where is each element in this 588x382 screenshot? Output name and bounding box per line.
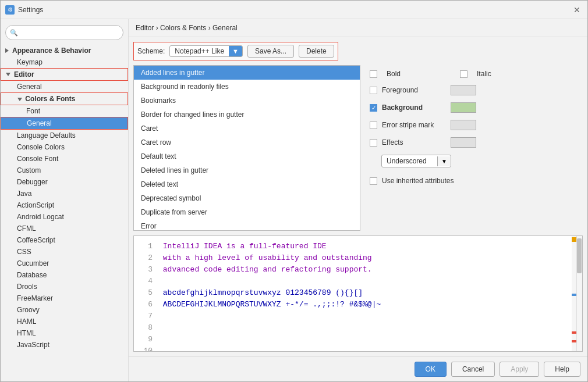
background-color-box[interactable] xyxy=(451,102,476,113)
list-item-bookmarks[interactable]: Bookmarks xyxy=(134,94,360,108)
triangle-open-icon xyxy=(6,73,10,76)
list-item-border-changed[interactable]: Border for changed lines in gutter xyxy=(134,108,360,122)
search-input[interactable] xyxy=(5,25,123,40)
preview-text: advanced code editing and refactoring su… xyxy=(163,265,372,274)
line-num: 4 xyxy=(141,276,153,287)
foreground-checkbox[interactable] xyxy=(370,87,377,94)
effects-select[interactable]: Underscored ▼ xyxy=(381,155,451,167)
preview-line-10: 10 xyxy=(141,345,575,352)
sidebar-item-language-defaults[interactable]: Language Defaults xyxy=(1,130,128,141)
sidebar-item-actionscript[interactable]: ActionScript xyxy=(1,199,128,211)
sidebar-item-groovy[interactable]: Groovy xyxy=(1,304,128,316)
delete-button[interactable]: Delete xyxy=(299,45,334,58)
sidebar-item-cfml[interactable]: CFML xyxy=(1,223,128,234)
sidebar-item-font[interactable]: Font xyxy=(1,105,128,117)
sidebar-item-android-logcat[interactable]: Android Logcat xyxy=(1,211,128,223)
list-item-added-lines-gutter[interactable]: Added lines in gutter xyxy=(134,66,360,80)
sidebar-item-editor[interactable]: Editor xyxy=(1,68,128,81)
list-item-caret-row[interactable]: Caret row xyxy=(134,135,360,149)
sidebar-item-label: Console Colors xyxy=(17,143,65,151)
foreground-color-box[interactable] xyxy=(451,85,476,95)
sidebar-item-freemarker[interactable]: FreeMarker xyxy=(1,292,128,304)
effects-checkbox[interactable] xyxy=(370,139,377,147)
attributes-panel: Bold Italic Foreground xyxy=(365,65,583,231)
list-item-caret[interactable]: Caret xyxy=(134,122,360,135)
search-box[interactable]: 🔍 xyxy=(5,25,123,40)
preview-line-9: 9 xyxy=(141,334,575,345)
preview-text: IntelliJ IDEA is a full-featured IDE xyxy=(163,242,327,251)
panel-content: Scheme: Notepad++ Like ▼ Save As... Dele… xyxy=(129,37,587,356)
sidebar-item-label: CFML xyxy=(17,224,36,233)
background-checkbox[interactable] xyxy=(370,104,377,112)
preview-scrollbar[interactable] xyxy=(576,236,582,351)
marker-red xyxy=(572,331,576,334)
error-stripe-color-box[interactable] xyxy=(451,120,476,130)
background-label: Background xyxy=(382,103,446,112)
preview-area: 1 IntelliJ IDEA is a full-featured IDE 2… xyxy=(133,235,583,352)
sidebar-item-coffeescript[interactable]: CoffeeScript xyxy=(1,234,128,246)
sidebar-item-console-colors[interactable]: Console Colors xyxy=(1,141,128,153)
effects-dropdown-button[interactable]: ▼ xyxy=(437,156,451,166)
marker-red2 xyxy=(572,340,576,342)
scrollbar-thumb[interactable] xyxy=(577,238,582,273)
save-as-button[interactable]: Save As... xyxy=(247,45,294,58)
cancel-button[interactable]: Cancel xyxy=(451,362,495,377)
help-button[interactable]: Help xyxy=(544,362,580,377)
list-item-deprecated-symbol[interactable]: Deprecated symbol xyxy=(134,191,360,205)
sidebar-item-label: Editor xyxy=(14,70,34,78)
app-icon: ⚙ xyxy=(5,5,15,15)
inherited-checkbox[interactable] xyxy=(370,177,377,185)
effects-color-box[interactable] xyxy=(451,137,476,148)
effects-row: Effects xyxy=(370,137,578,148)
scheme-dropdown-button[interactable]: ▼ xyxy=(229,46,242,56)
preview-line-6: 6 ABCDEFGHIJKLMNOPQRSTUVWXYZ +-*/= .,;;:… xyxy=(141,299,575,310)
sidebar-item-label: Database xyxy=(17,271,47,279)
close-button[interactable]: ✕ xyxy=(571,4,583,16)
sidebar-item-debugger[interactable]: Debugger xyxy=(1,176,128,188)
sidebar-item-general[interactable]: General xyxy=(1,81,128,92)
marker-orange xyxy=(572,237,576,242)
list-item-deleted-text[interactable]: Deleted text xyxy=(134,177,360,191)
line-num: 5 xyxy=(141,287,153,299)
window-title: Settings xyxy=(18,6,43,14)
sidebar-item-colors-fonts[interactable]: Colors & Fonts xyxy=(1,92,128,105)
sidebar-item-general2[interactable]: General xyxy=(1,117,128,130)
sidebar-item-database[interactable]: Database xyxy=(1,269,128,281)
list-item-default-text[interactable]: Default text xyxy=(134,149,360,163)
sidebar-item-appearance-behavior[interactable]: Appearance & Behavior xyxy=(1,45,128,56)
preview-line-1: 1 IntelliJ IDEA is a full-featured IDE xyxy=(141,241,575,252)
list-item-background-readonly[interactable]: Background in readonly files xyxy=(134,80,360,94)
error-stripe-checkbox[interactable] xyxy=(370,122,377,129)
line-num: 7 xyxy=(141,310,153,322)
sidebar-item-drools[interactable]: Drools xyxy=(1,281,128,292)
sidebar-item-haml[interactable]: HAML xyxy=(1,316,128,327)
apply-button[interactable]: Apply xyxy=(500,362,539,377)
title-bar-left: ⚙ Settings xyxy=(5,5,43,15)
sidebar-item-javascript[interactable]: JavaScript xyxy=(1,339,128,351)
italic-checkbox[interactable] xyxy=(460,70,467,78)
sidebar-item-java[interactable]: Java xyxy=(1,188,128,199)
foreground-row: Foreground xyxy=(370,85,578,95)
sidebar-item-css[interactable]: CSS xyxy=(1,246,128,258)
sidebar-item-label: Android Logcat xyxy=(17,213,64,221)
list-item-error[interactable]: Error xyxy=(134,219,360,231)
sidebar-item-label: ActionScript xyxy=(17,201,54,209)
foreground-label: Foreground xyxy=(382,86,446,94)
line-num: 8 xyxy=(141,322,153,334)
sidebar-item-keymap[interactable]: Keymap xyxy=(1,56,128,68)
preview-line-7: 7 xyxy=(141,310,575,322)
sidebar-item-console-font[interactable]: Console Font xyxy=(1,153,128,165)
list-item-deleted-lines-gutter[interactable]: Deleted lines in gutter xyxy=(134,163,360,177)
ok-button[interactable]: OK xyxy=(415,362,447,377)
sidebar-item-html[interactable]: HTML xyxy=(1,327,128,339)
sidebar-item-label: Keymap xyxy=(17,58,42,66)
sidebar-item-custom[interactable]: Custom xyxy=(1,165,128,176)
sidebar-item-label: HTML xyxy=(17,329,36,337)
sidebar-item-cucumber[interactable]: Cucumber xyxy=(1,258,128,269)
preview-line-5: 5 abcdefghijklmnopqrstuvwxyz 0123456789 … xyxy=(141,287,575,299)
scheme-select[interactable]: Notepad++ Like ▼ xyxy=(169,45,243,57)
list-item-duplicate-from-server[interactable]: Duplicate from server xyxy=(134,205,360,219)
preview-line-4: 4 xyxy=(141,276,575,287)
bold-checkbox[interactable] xyxy=(370,70,377,78)
sidebar-item-label: JavaScript xyxy=(17,341,49,349)
